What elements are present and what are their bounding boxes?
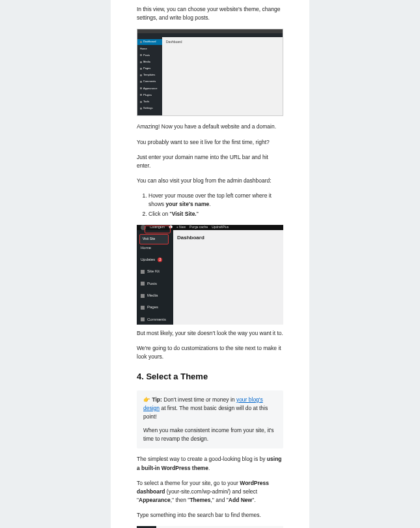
tip-label: Tip: bbox=[152, 396, 161, 403]
text: " bbox=[197, 211, 199, 217]
tip-paragraph: When you make consistent income from you… bbox=[143, 426, 277, 443]
sidebar-item: Plugins bbox=[137, 93, 162, 98]
sidebar-item: Tools bbox=[137, 99, 162, 104]
text: ," then " bbox=[171, 497, 190, 503]
text: The simplest way to create a good-lookin… bbox=[137, 456, 267, 462]
paragraph: But most likely, your site doesn't look … bbox=[137, 329, 283, 338]
page: In this view, you can choose your websit… bbox=[111, 0, 413, 528]
bold: your site's name bbox=[165, 201, 209, 207]
sidebar-item-posts: Posts bbox=[137, 279, 173, 289]
sidebar-label: Appearance bbox=[143, 87, 158, 91]
sitekit-icon bbox=[141, 270, 145, 274]
text: . bbox=[208, 465, 210, 471]
sidebar-item: Comments bbox=[137, 79, 162, 84]
screenshot-visit-site: Codingem 💬 + New Purge cache UpdraftPlus… bbox=[137, 225, 283, 308]
bold: Add New bbox=[229, 497, 252, 503]
sidebar-item-updates: Updates 2 bbox=[137, 255, 173, 265]
sidebar-item-pages: Pages bbox=[137, 302, 173, 312]
intro-paragraph: In this view, you can choose your websit… bbox=[137, 5, 283, 22]
paragraph: To select a theme for your site, go to y… bbox=[137, 479, 283, 505]
sidebar-item: Pages bbox=[137, 66, 162, 71]
icon bbox=[140, 101, 142, 103]
paragraph: We're going to do customizations to the … bbox=[137, 344, 283, 361]
sidebar-item-home: Home bbox=[137, 243, 173, 253]
dashboard-icon bbox=[140, 41, 142, 43]
text: Don't invest time or money in bbox=[162, 396, 236, 403]
highlight-box bbox=[145, 226, 171, 233]
sidebar-label: Tools bbox=[143, 100, 149, 104]
text: Click on " bbox=[148, 211, 172, 217]
paragraph: Amazing! Now you have a default website … bbox=[137, 123, 283, 131]
icon bbox=[140, 68, 142, 70]
sidebar-label: Dashboard bbox=[143, 40, 156, 44]
label: Comments bbox=[147, 317, 166, 323]
visit-site-submenu: Visit Site bbox=[139, 234, 169, 244]
wp-sidebar: Dashboard Home Posts Media Pages Templat… bbox=[137, 37, 162, 115]
text: ". bbox=[252, 497, 255, 503]
tip-paragraph: 👉 Tip: Don't invest time or money in you… bbox=[143, 396, 277, 422]
article-body: In this view, you can choose your websit… bbox=[111, 0, 309, 528]
updraft: UpdraftPlus bbox=[212, 225, 229, 230]
sidebar-label: Comments bbox=[143, 80, 156, 83]
sidebar-item-media: Media bbox=[137, 291, 173, 301]
tip-callout: 👉 Tip: Don't invest time or money in you… bbox=[137, 390, 283, 449]
text: To select a theme for your site, go to y… bbox=[137, 480, 240, 486]
posts-icon bbox=[141, 282, 145, 286]
sidebar-label: Posts bbox=[143, 53, 150, 57]
sidebar-label: Plugins bbox=[143, 93, 152, 97]
sidebar-label: Pages bbox=[143, 66, 150, 70]
paragraph: Just enter your domain name into the URL… bbox=[137, 153, 283, 170]
label: Pages bbox=[147, 304, 158, 310]
text: ," and " bbox=[211, 497, 229, 503]
paragraph: Type something into the search bar to fi… bbox=[137, 511, 283, 520]
sidebar-item: Settings bbox=[137, 106, 162, 111]
pages-icon bbox=[141, 306, 145, 310]
dashboard-heading: Dashboard bbox=[173, 230, 283, 325]
label: Posts bbox=[147, 281, 157, 287]
screenshot-dashboard: Dashboard Home Posts Media Pages Templat… bbox=[137, 29, 283, 116]
icon bbox=[140, 94, 142, 96]
label: Media bbox=[147, 293, 158, 299]
media-icon bbox=[141, 294, 145, 298]
icon bbox=[140, 74, 142, 76]
icon bbox=[140, 81, 142, 83]
icon bbox=[140, 87, 142, 89]
label: Site Kit bbox=[147, 269, 160, 274]
sidebar-item-sitekit: Site Kit bbox=[137, 267, 173, 276]
purge-cache: Purge cache bbox=[189, 225, 208, 230]
sidebar-item: Templates bbox=[137, 72, 162, 78]
label: Updates bbox=[141, 257, 155, 263]
bold: Visit Site. bbox=[172, 211, 197, 217]
sidebar-item-dashboard: Dashboard bbox=[137, 39, 162, 44]
sidebar-item-comments: Comments bbox=[137, 315, 173, 325]
text: at first. The most basic design will do … bbox=[143, 405, 268, 420]
new-button: + New bbox=[176, 225, 186, 230]
icon bbox=[140, 108, 142, 110]
sidebar-label: Settings bbox=[143, 106, 152, 110]
steps-list: Hover your mouse over the top left corne… bbox=[148, 192, 283, 218]
sidebar-label: Templates bbox=[143, 73, 155, 77]
sidebar-item: Home bbox=[137, 46, 162, 51]
updates-badge: 2 bbox=[158, 257, 162, 262]
heading-select-theme: 4. Select a Theme bbox=[137, 370, 283, 383]
dashboard-main: Dashboard bbox=[162, 37, 283, 115]
bold: Appearance bbox=[139, 497, 171, 503]
pointer-icon: 👉 bbox=[143, 396, 150, 403]
dashboard-body: Dashboard Home Posts Media Pages Templat… bbox=[137, 37, 283, 115]
comments-icon bbox=[141, 317, 145, 321]
list-item: Click on "Visit Site." bbox=[148, 210, 283, 218]
sidebar-label: Media bbox=[143, 60, 150, 64]
sidebar-item: Posts bbox=[137, 53, 162, 58]
list-item: Hover your mouse over the top left corne… bbox=[148, 192, 283, 209]
wp-admin-bar: Codingem 💬 + New Purge cache UpdraftPlus bbox=[137, 225, 283, 230]
icon bbox=[140, 61, 142, 63]
paragraph: You probably want to see it live for the… bbox=[137, 138, 283, 147]
icon bbox=[140, 54, 142, 56]
label: Home bbox=[141, 245, 151, 251]
paragraph: The simplest way to create a good-lookin… bbox=[137, 455, 283, 472]
sidebar-label: Home bbox=[140, 47, 147, 51]
bold: Themes bbox=[189, 497, 210, 503]
paragraph: You can also visit your blog from the ad… bbox=[137, 177, 283, 185]
sidebar-item: Appearance bbox=[137, 86, 162, 91]
sidebar-item: Media bbox=[137, 59, 162, 65]
